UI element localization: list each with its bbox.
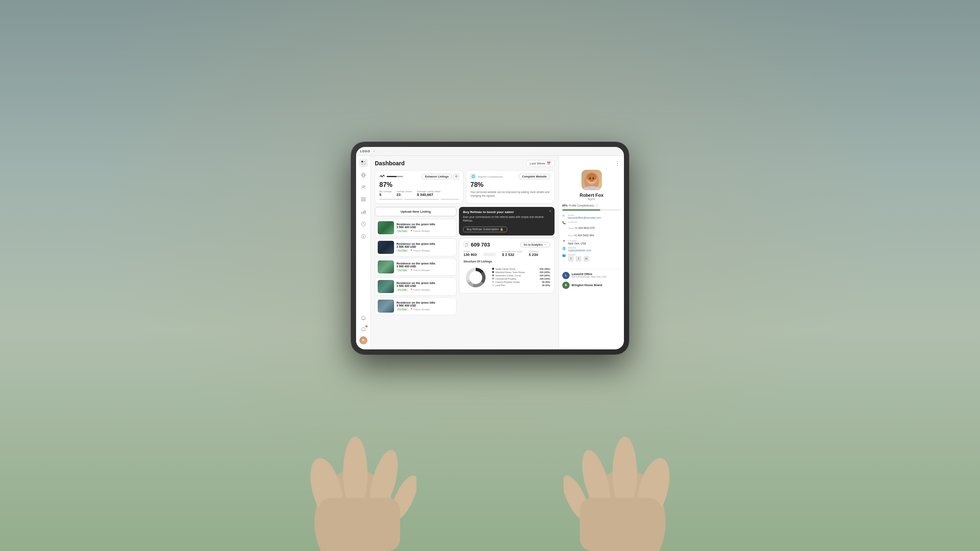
profile-panel: ⋮ bbox=[559, 156, 624, 349]
promo-banner: × Buy Refmax to boost your sales! Earn y… bbox=[459, 207, 555, 236]
legend-left: Single Family Home bbox=[492, 268, 515, 270]
work-label: Work bbox=[568, 234, 574, 237]
avatar-illustration bbox=[581, 170, 602, 190]
complete-website-button[interactable]: Complete Website bbox=[519, 174, 550, 179]
sidebar-icon-bell-badge[interactable]: 2 bbox=[359, 325, 368, 334]
legend-count: 320 (20%) bbox=[540, 271, 550, 273]
sidebar-bottom: 2 R bbox=[359, 313, 368, 347]
listing-status: For Sale bbox=[396, 269, 408, 272]
collapse-icon[interactable]: › bbox=[374, 149, 375, 153]
listing-stats: My Listings 5 Listings Views 23 Average … bbox=[379, 190, 459, 197]
date-filter[interactable]: Last Week 📅 bbox=[526, 160, 555, 167]
website-completeness-label: Website Completeness bbox=[478, 176, 503, 178]
score-left bbox=[379, 175, 403, 179]
my-listings-value: 5 bbox=[379, 193, 392, 197]
date-filter-label: Last Week bbox=[530, 162, 545, 165]
listing-thumbnail bbox=[378, 280, 394, 293]
legend-count: 640 (40%) bbox=[540, 268, 550, 270]
facebook-icon[interactable]: f bbox=[568, 256, 574, 262]
promo-close-button[interactable]: × bbox=[549, 209, 551, 213]
listing-status: For Sale bbox=[396, 288, 408, 291]
listing-location: 📍 France, Bourges bbox=[410, 269, 430, 271]
page-title: Dashboard bbox=[375, 160, 405, 167]
twitter-icon[interactable]: t bbox=[576, 256, 581, 262]
listing-item[interactable]: Residence on the green hills 3 500 430 U… bbox=[375, 258, 457, 276]
website-row: 🌐 Website: mybestwebsite.com bbox=[562, 247, 621, 252]
score-actions: Enhance Listings ⚙ bbox=[422, 174, 459, 180]
settings-icon[interactable]: ⚙ bbox=[453, 174, 459, 180]
legend-item: Land Plot 80 (5%) bbox=[492, 284, 550, 287]
analytics-stats-row: Global 130 903 —— Average bbox=[463, 250, 550, 257]
calendar-icon: 📅 bbox=[547, 162, 551, 165]
donut-chart bbox=[463, 265, 488, 290]
arrow-right-icon: → bbox=[544, 243, 547, 246]
analytics-clipboard-icon: 📋 bbox=[463, 242, 469, 247]
listing-location: 📍 France, Bourges bbox=[410, 289, 430, 291]
legend-label: Country Property, Estate bbox=[495, 281, 520, 283]
website-globe-icon: 🌐 bbox=[470, 174, 476, 180]
listing-name: Residence on the green hills bbox=[396, 242, 454, 245]
global-value: 130 903 bbox=[463, 253, 477, 257]
svg-point-31 bbox=[589, 177, 591, 179]
svg-point-32 bbox=[592, 177, 594, 179]
legend-label: Apartment, Condo, Co-op bbox=[495, 274, 521, 277]
more-options-icon[interactable]: ⋮ bbox=[615, 160, 621, 167]
legend-item: Apartment, Condo, Co-op 320 (20%) bbox=[492, 274, 550, 277]
email-content: Email: lasovintoffice@inmobel.com bbox=[568, 214, 621, 219]
top-bar: LOGO › bbox=[356, 147, 624, 156]
location-value: New York, USA bbox=[568, 242, 621, 245]
page-header: Dashboard Last Week 📅 bbox=[375, 160, 555, 167]
uploaded-stat: Uploaded 5 234 bbox=[529, 250, 539, 257]
legend-count: 80 (5%) bbox=[542, 284, 550, 287]
completeness-pct: 65% bbox=[562, 204, 568, 207]
user-avatar-sidebar[interactable]: R bbox=[359, 336, 368, 344]
agency-item-1[interactable]: L Lasovint Office 910 A-B Northvale, New… bbox=[562, 272, 621, 279]
instagram-icon[interactable]: in bbox=[584, 256, 589, 262]
analytics-card: 📋 609 703 Go to Analytics → bbox=[459, 238, 555, 293]
sidebar-icon-chart[interactable] bbox=[359, 207, 368, 216]
home-contact: Home +1 434 9810 070 bbox=[568, 223, 595, 231]
promo-buy-button[interactable]: Buy Refmax Subscription 🔒 bbox=[463, 227, 507, 232]
avg-value-value: $ 340,667 bbox=[417, 193, 441, 197]
sidebar-icon-users[interactable] bbox=[359, 183, 368, 192]
profile-contact-info: ✉ Email: lasovintoffice@inmobel.com 📞 Co… bbox=[562, 214, 621, 266]
sidebar-icon-globe[interactable] bbox=[359, 171, 368, 180]
website-icon: 🌐 bbox=[562, 247, 566, 250]
listing-tags: For Sale 📍 France, Bourges bbox=[396, 288, 454, 291]
tablet-screen: LOGO › bbox=[356, 147, 624, 349]
info-icon: ⓘ bbox=[595, 204, 598, 208]
legend-left: Country Property, Estate bbox=[492, 281, 520, 283]
sidebar-icon-notification[interactable] bbox=[359, 313, 368, 322]
listing-item[interactable]: Residence on the green hills 3 500 430 U… bbox=[375, 278, 457, 295]
sidebar-icon-clock[interactable] bbox=[359, 220, 368, 229]
contacts-values: Home +1 434 9810 070 bbox=[568, 223, 621, 231]
avg-price-stat: Average price range $ 2 532 bbox=[502, 250, 522, 257]
location-content: Location: New York, USA bbox=[568, 240, 621, 245]
email-value[interactable]: lasovintoffice@inmobel.com bbox=[568, 216, 621, 219]
avg-price-value: $ 2 532 bbox=[502, 253, 522, 257]
tablet-device: LOGO › bbox=[351, 142, 629, 354]
listing-name: Residence on the green hills bbox=[396, 262, 454, 265]
listing-item[interactable]: Residence on the green hills 3 500 430 U… bbox=[375, 238, 457, 256]
listing-name: Residence on the green hills bbox=[396, 282, 454, 284]
listing-tags: For Sale 📍 France, Bourges bbox=[396, 308, 454, 311]
agency-info-1: Lasovint Office 910 A-B Northvale, New Y… bbox=[572, 273, 621, 278]
sidebar-icon-dashboard[interactable] bbox=[359, 158, 368, 167]
listings-views-stat: Listings Views 23 bbox=[396, 190, 412, 197]
sidebar-icon-menu[interactable] bbox=[359, 195, 368, 204]
upload-new-listing-button[interactable]: Upload New Listing bbox=[375, 207, 457, 216]
listing-item[interactable]: Residence on the green hills 3 500 430 U… bbox=[375, 297, 457, 315]
legend-dot bbox=[492, 268, 494, 270]
go-to-analytics-button[interactable]: Go to Analytics → bbox=[520, 242, 550, 247]
email-icon: ✉ bbox=[562, 214, 566, 218]
website-value[interactable]: mybestwebsite.com bbox=[568, 249, 621, 252]
listing-location: 📍 France, Bourges bbox=[410, 308, 430, 311]
sidebar-icon-info[interactable] bbox=[359, 232, 368, 241]
agency-item-2[interactable]: B Brington House Brand bbox=[562, 282, 621, 289]
placeholder-bars bbox=[379, 199, 459, 200]
website-pct: 78% bbox=[470, 181, 550, 189]
enhance-listings-button[interactable]: Enhance Listings bbox=[422, 174, 452, 179]
listing-score-header: Enhance Listings ⚙ bbox=[379, 174, 459, 180]
listing-item[interactable]: Residence on the green hills 3 500 430 U… bbox=[375, 219, 457, 237]
socials-icon: 👥 bbox=[562, 254, 566, 257]
